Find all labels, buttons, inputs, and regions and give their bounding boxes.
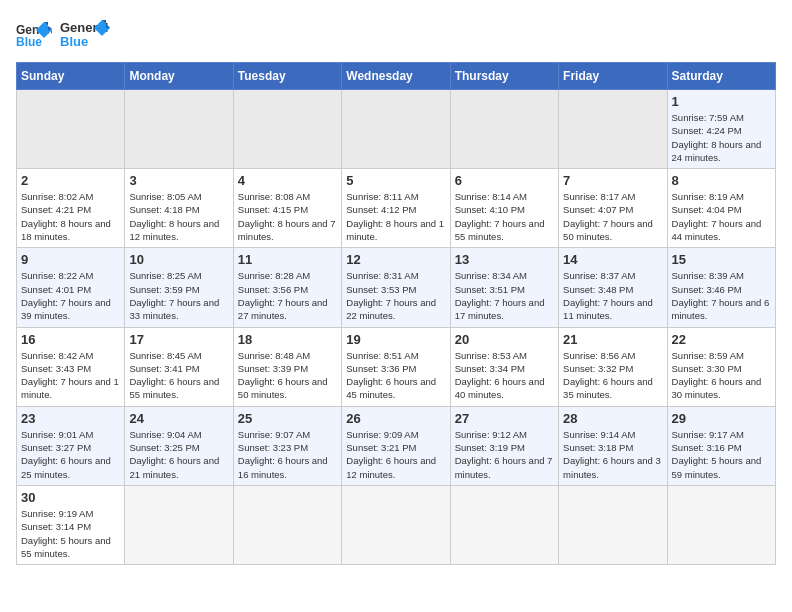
calendar-day-cell: 20Sunrise: 8:53 AM Sunset: 3:34 PM Dayli… bbox=[450, 327, 558, 406]
calendar-day-cell: 1Sunrise: 7:59 AM Sunset: 4:24 PM Daylig… bbox=[667, 90, 775, 169]
day-number: 1 bbox=[672, 94, 771, 109]
day-number: 27 bbox=[455, 411, 554, 426]
day-number: 26 bbox=[346, 411, 445, 426]
calendar-day-cell bbox=[450, 485, 558, 564]
calendar-day-cell: 3Sunrise: 8:05 AM Sunset: 4:18 PM Daylig… bbox=[125, 169, 233, 248]
day-info: Sunrise: 9:12 AM Sunset: 3:19 PM Dayligh… bbox=[455, 428, 554, 481]
day-number: 15 bbox=[672, 252, 771, 267]
calendar-day-cell: 18Sunrise: 8:48 AM Sunset: 3:39 PM Dayli… bbox=[233, 327, 341, 406]
svg-text:Blue: Blue bbox=[60, 34, 88, 49]
day-info: Sunrise: 8:19 AM Sunset: 4:04 PM Dayligh… bbox=[672, 190, 771, 243]
day-info: Sunrise: 8:22 AM Sunset: 4:01 PM Dayligh… bbox=[21, 269, 120, 322]
day-info: Sunrise: 7:59 AM Sunset: 4:24 PM Dayligh… bbox=[672, 111, 771, 164]
calendar-day-cell bbox=[559, 485, 667, 564]
header: General Blue General Blue bbox=[16, 16, 776, 54]
day-info: Sunrise: 9:07 AM Sunset: 3:23 PM Dayligh… bbox=[238, 428, 337, 481]
calendar-day-cell: 17Sunrise: 8:45 AM Sunset: 3:41 PM Dayli… bbox=[125, 327, 233, 406]
day-info: Sunrise: 9:01 AM Sunset: 3:27 PM Dayligh… bbox=[21, 428, 120, 481]
calendar-week-row: 30Sunrise: 9:19 AM Sunset: 3:14 PM Dayli… bbox=[17, 485, 776, 564]
calendar-day-cell bbox=[667, 485, 775, 564]
calendar-day-cell: 15Sunrise: 8:39 AM Sunset: 3:46 PM Dayli… bbox=[667, 248, 775, 327]
day-number: 17 bbox=[129, 332, 228, 347]
calendar-day-cell: 21Sunrise: 8:56 AM Sunset: 3:32 PM Dayli… bbox=[559, 327, 667, 406]
day-info: Sunrise: 9:04 AM Sunset: 3:25 PM Dayligh… bbox=[129, 428, 228, 481]
day-number: 12 bbox=[346, 252, 445, 267]
day-info: Sunrise: 8:56 AM Sunset: 3:32 PM Dayligh… bbox=[563, 349, 662, 402]
day-number: 30 bbox=[21, 490, 120, 505]
calendar-day-cell: 13Sunrise: 8:34 AM Sunset: 3:51 PM Dayli… bbox=[450, 248, 558, 327]
weekday-header-row: SundayMondayTuesdayWednesdayThursdayFrid… bbox=[17, 63, 776, 90]
calendar-day-cell: 22Sunrise: 8:59 AM Sunset: 3:30 PM Dayli… bbox=[667, 327, 775, 406]
day-info: Sunrise: 8:28 AM Sunset: 3:56 PM Dayligh… bbox=[238, 269, 337, 322]
generalblue-logo-graphic: General Blue bbox=[60, 16, 110, 54]
calendar-week-row: 23Sunrise: 9:01 AM Sunset: 3:27 PM Dayli… bbox=[17, 406, 776, 485]
day-info: Sunrise: 8:53 AM Sunset: 3:34 PM Dayligh… bbox=[455, 349, 554, 402]
day-number: 19 bbox=[346, 332, 445, 347]
calendar-day-cell bbox=[342, 90, 450, 169]
calendar-day-cell: 28Sunrise: 9:14 AM Sunset: 3:18 PM Dayli… bbox=[559, 406, 667, 485]
day-number: 29 bbox=[672, 411, 771, 426]
calendar-day-cell bbox=[17, 90, 125, 169]
calendar-week-row: 2Sunrise: 8:02 AM Sunset: 4:21 PM Daylig… bbox=[17, 169, 776, 248]
calendar-day-cell: 24Sunrise: 9:04 AM Sunset: 3:25 PM Dayli… bbox=[125, 406, 233, 485]
calendar-day-cell bbox=[450, 90, 558, 169]
calendar-week-row: 16Sunrise: 8:42 AM Sunset: 3:43 PM Dayli… bbox=[17, 327, 776, 406]
day-number: 7 bbox=[563, 173, 662, 188]
calendar-day-cell: 16Sunrise: 8:42 AM Sunset: 3:43 PM Dayli… bbox=[17, 327, 125, 406]
day-info: Sunrise: 8:48 AM Sunset: 3:39 PM Dayligh… bbox=[238, 349, 337, 402]
day-info: Sunrise: 8:34 AM Sunset: 3:51 PM Dayligh… bbox=[455, 269, 554, 322]
day-info: Sunrise: 8:14 AM Sunset: 4:10 PM Dayligh… bbox=[455, 190, 554, 243]
day-number: 9 bbox=[21, 252, 120, 267]
day-info: Sunrise: 8:08 AM Sunset: 4:15 PM Dayligh… bbox=[238, 190, 337, 243]
day-info: Sunrise: 8:59 AM Sunset: 3:30 PM Dayligh… bbox=[672, 349, 771, 402]
day-number: 24 bbox=[129, 411, 228, 426]
day-info: Sunrise: 8:11 AM Sunset: 4:12 PM Dayligh… bbox=[346, 190, 445, 243]
weekday-header-sunday: Sunday bbox=[17, 63, 125, 90]
calendar-day-cell: 11Sunrise: 8:28 AM Sunset: 3:56 PM Dayli… bbox=[233, 248, 341, 327]
day-info: Sunrise: 8:31 AM Sunset: 3:53 PM Dayligh… bbox=[346, 269, 445, 322]
calendar-day-cell: 25Sunrise: 9:07 AM Sunset: 3:23 PM Dayli… bbox=[233, 406, 341, 485]
calendar-day-cell: 10Sunrise: 8:25 AM Sunset: 3:59 PM Dayli… bbox=[125, 248, 233, 327]
calendar-day-cell bbox=[125, 90, 233, 169]
day-info: Sunrise: 8:42 AM Sunset: 3:43 PM Dayligh… bbox=[21, 349, 120, 402]
calendar-day-cell: 5Sunrise: 8:11 AM Sunset: 4:12 PM Daylig… bbox=[342, 169, 450, 248]
day-number: 14 bbox=[563, 252, 662, 267]
calendar-day-cell: 4Sunrise: 8:08 AM Sunset: 4:15 PM Daylig… bbox=[233, 169, 341, 248]
calendar-day-cell bbox=[559, 90, 667, 169]
calendar-day-cell: 14Sunrise: 8:37 AM Sunset: 3:48 PM Dayli… bbox=[559, 248, 667, 327]
calendar-day-cell: 6Sunrise: 8:14 AM Sunset: 4:10 PM Daylig… bbox=[450, 169, 558, 248]
day-info: Sunrise: 9:19 AM Sunset: 3:14 PM Dayligh… bbox=[21, 507, 120, 560]
calendar-table: SundayMondayTuesdayWednesdayThursdayFrid… bbox=[16, 62, 776, 565]
calendar-day-cell: 2Sunrise: 8:02 AM Sunset: 4:21 PM Daylig… bbox=[17, 169, 125, 248]
weekday-header-thursday: Thursday bbox=[450, 63, 558, 90]
day-number: 8 bbox=[672, 173, 771, 188]
day-number: 25 bbox=[238, 411, 337, 426]
weekday-header-wednesday: Wednesday bbox=[342, 63, 450, 90]
calendar-day-cell bbox=[233, 90, 341, 169]
day-info: Sunrise: 8:37 AM Sunset: 3:48 PM Dayligh… bbox=[563, 269, 662, 322]
calendar-day-cell: 23Sunrise: 9:01 AM Sunset: 3:27 PM Dayli… bbox=[17, 406, 125, 485]
calendar-day-cell: 30Sunrise: 9:19 AM Sunset: 3:14 PM Dayli… bbox=[17, 485, 125, 564]
weekday-header-monday: Monday bbox=[125, 63, 233, 90]
calendar-day-cell: 19Sunrise: 8:51 AM Sunset: 3:36 PM Dayli… bbox=[342, 327, 450, 406]
day-number: 13 bbox=[455, 252, 554, 267]
svg-text:Blue: Blue bbox=[16, 35, 42, 49]
day-info: Sunrise: 8:45 AM Sunset: 3:41 PM Dayligh… bbox=[129, 349, 228, 402]
day-number: 5 bbox=[346, 173, 445, 188]
day-info: Sunrise: 8:05 AM Sunset: 4:18 PM Dayligh… bbox=[129, 190, 228, 243]
weekday-header-friday: Friday bbox=[559, 63, 667, 90]
day-info: Sunrise: 9:09 AM Sunset: 3:21 PM Dayligh… bbox=[346, 428, 445, 481]
day-info: Sunrise: 9:17 AM Sunset: 3:16 PM Dayligh… bbox=[672, 428, 771, 481]
day-number: 10 bbox=[129, 252, 228, 267]
day-number: 18 bbox=[238, 332, 337, 347]
day-info: Sunrise: 8:25 AM Sunset: 3:59 PM Dayligh… bbox=[129, 269, 228, 322]
day-info: Sunrise: 9:14 AM Sunset: 3:18 PM Dayligh… bbox=[563, 428, 662, 481]
day-number: 22 bbox=[672, 332, 771, 347]
day-number: 23 bbox=[21, 411, 120, 426]
day-number: 21 bbox=[563, 332, 662, 347]
calendar-day-cell bbox=[125, 485, 233, 564]
weekday-header-saturday: Saturday bbox=[667, 63, 775, 90]
calendar-week-row: 9Sunrise: 8:22 AM Sunset: 4:01 PM Daylig… bbox=[17, 248, 776, 327]
day-number: 20 bbox=[455, 332, 554, 347]
calendar-day-cell: 9Sunrise: 8:22 AM Sunset: 4:01 PM Daylig… bbox=[17, 248, 125, 327]
